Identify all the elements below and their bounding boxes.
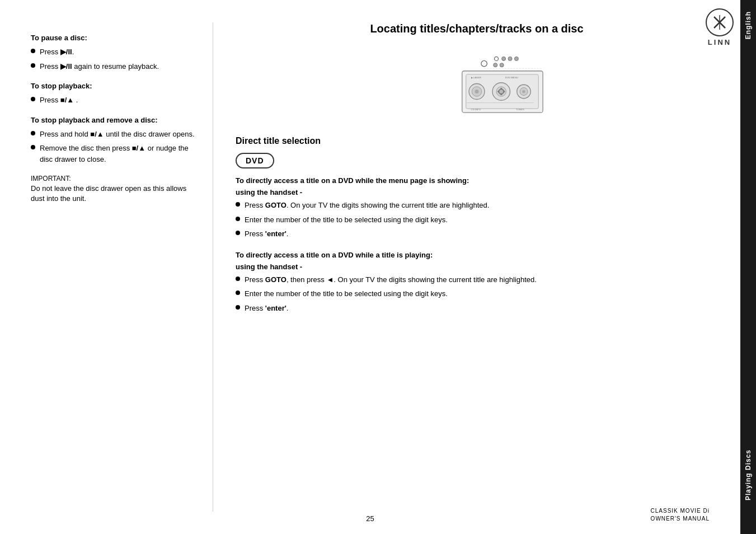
list-item: Press GOTO. On your TV the digits showin… <box>236 200 718 211</box>
list-item: Enter the number of the title to be sele… <box>236 288 718 299</box>
menu-page-heading: To directly access a title on a DVD whil… <box>236 176 718 185</box>
pause-heading: To pause a disc: <box>31 34 196 42</box>
pause-section: To pause a disc: Press ▶/II. Press ▶/II … <box>31 34 196 72</box>
stop-remove-bullets: Press and hold ■/▲ until the disc drawer… <box>31 129 196 165</box>
list-item: Press ▶/II. <box>31 46 196 58</box>
right-column: Locating titles/chapters/tracks on a dis… <box>213 0 740 534</box>
bullet-text: Press ▶/II. <box>40 46 74 58</box>
bullet-text: Press GOTO, then press ◄. On your TV the… <box>245 274 537 285</box>
svg-point-7 <box>514 57 518 60</box>
bullet-dot <box>31 63 35 68</box>
pause-bullets: Press ▶/II. Press ▶/II again to resume p… <box>31 46 196 72</box>
bullet-dot <box>236 231 240 235</box>
bullet-text: Press 'enter'. <box>245 303 288 314</box>
list-item: Press and hold ■/▲ until the disc drawer… <box>31 129 196 140</box>
svg-point-5 <box>502 57 506 60</box>
playing-bullets: Press GOTO, then press ◄. On your TV the… <box>236 274 718 314</box>
dvd-playing-subsection: To directly access a title on a DVD whil… <box>236 251 718 314</box>
playing-sub: using the handset - <box>236 263 718 271</box>
stop-remove-heading: To stop playback and remove a disc: <box>31 116 196 124</box>
main-content: To pause a disc: Press ▶/II. Press ▶/II … <box>0 0 740 534</box>
svg-point-24 <box>522 90 525 93</box>
list-item: Press ▶/II again to resume playback. <box>31 61 196 72</box>
menu-page-sub: using the handset - <box>236 188 718 196</box>
direct-title-heading: Direct title selection <box>236 136 718 146</box>
bullet-text: Press ■/▲ . <box>40 95 78 106</box>
device-illustration: ▶ LASER DVD MENU CD INFO TUNES <box>236 52 718 119</box>
important-label: IMPORTANT: <box>31 175 196 182</box>
bullet-dot <box>31 49 35 53</box>
svg-text:TUNES: TUNES <box>516 108 524 111</box>
bullet-dot <box>236 217 240 221</box>
svg-point-8 <box>494 63 497 67</box>
svg-point-21 <box>499 90 503 93</box>
svg-point-14 <box>475 90 479 93</box>
stop-heading: To stop playback: <box>31 82 196 90</box>
bullet-text: Enter the number of the title to be sele… <box>245 214 448 226</box>
stop-bullets: Press ■/▲ . <box>31 95 196 106</box>
brand-line2: OWNER'S MANUAL <box>483 515 710 523</box>
dvd-label: DVD <box>246 156 264 165</box>
list-item: Enter the number of the title to be sele… <box>236 214 718 226</box>
bullet-dot <box>236 277 240 281</box>
bullet-dot <box>31 131 35 135</box>
list-item: Press 'enter'. <box>236 228 718 240</box>
bullet-text: Remove the disc then press ■/▲ or nudge … <box>40 143 196 165</box>
bullet-text: Press ▶/II again to resume playback. <box>40 61 159 72</box>
sidebar-playing-label: Playing Discs <box>744 449 752 500</box>
left-column: To pause a disc: Press ▶/II. Press ▶/II … <box>0 0 213 534</box>
page-number: 25 <box>257 514 483 523</box>
main-title: Locating titles/chapters/tracks on a dis… <box>236 22 718 35</box>
bullet-text: Enter the number of the title to be sele… <box>245 288 448 299</box>
bullet-text: Press GOTO. On your TV the digits showin… <box>245 200 489 211</box>
important-block: IMPORTANT: Do not leave the disc drawer … <box>31 175 196 204</box>
bullet-dot <box>236 202 240 207</box>
sidebar-tab: English Playing Discs <box>740 0 756 534</box>
important-text: Do not leave the disc drawer open as thi… <box>31 184 196 204</box>
menu-page-bullets: Press GOTO. On your TV the digits showin… <box>236 200 718 240</box>
direct-title-section: Direct title selection DVD To directly a… <box>236 136 718 313</box>
svg-point-9 <box>500 63 504 67</box>
brand-line1: CLASSIK MOVIE Di <box>483 507 710 515</box>
bullet-dot <box>236 291 240 295</box>
bullet-dot <box>236 305 240 310</box>
bullet-text: Press 'enter'. <box>245 228 288 240</box>
stop-section: To stop playback: Press ■/▲ . <box>31 82 196 106</box>
list-item: Press GOTO, then press ◄. On your TV the… <box>236 274 718 285</box>
bullet-dot <box>31 145 35 149</box>
bullet-dot <box>31 97 35 101</box>
svg-point-4 <box>495 57 499 60</box>
svg-text:CD INFO: CD INFO <box>471 108 482 111</box>
list-item: Press ■/▲ . <box>31 95 196 106</box>
sidebar-english-label: English <box>744 11 752 39</box>
list-item: Press 'enter'. <box>236 303 718 314</box>
svg-text:▶ LASER: ▶ LASER <box>471 76 482 79</box>
svg-text:DVD MENU: DVD MENU <box>505 76 518 79</box>
list-item: Remove the disc then press ■/▲ or nudge … <box>31 143 196 165</box>
page-footer: 25 CLASSIK MOVIE Di OWNER'S MANUAL <box>0 507 740 523</box>
playing-heading: To directly access a title on a DVD whil… <box>236 251 718 259</box>
stop-remove-section: To stop playback and remove a disc: Pres… <box>31 116 196 165</box>
dvd-menu-subsection: To directly access a title on a DVD whil… <box>236 176 718 240</box>
svg-point-3 <box>481 60 487 67</box>
dvd-badge: DVD <box>236 153 274 168</box>
bullet-text: Press and hold ■/▲ until the disc drawer… <box>40 129 195 140</box>
svg-point-6 <box>508 57 512 60</box>
footer-brand: CLASSIK MOVIE Di OWNER'S MANUAL <box>483 507 710 523</box>
